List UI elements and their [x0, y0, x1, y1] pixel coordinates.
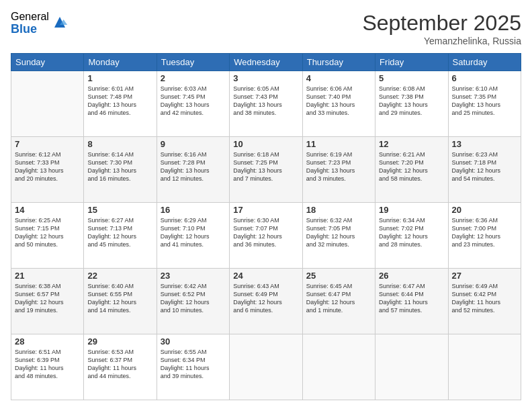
calendar-cell: 26Sunrise: 6:47 AM Sunset: 6:44 PM Dayli…: [375, 269, 448, 334]
calendar-cell: 27Sunrise: 6:49 AM Sunset: 6:42 PM Dayli…: [448, 269, 521, 334]
day-info: Sunrise: 6:42 AM Sunset: 6:52 PM Dayligh…: [161, 282, 226, 315]
day-info: Sunrise: 6:43 AM Sunset: 6:49 PM Dayligh…: [233, 282, 298, 315]
day-info: Sunrise: 6:25 AM Sunset: 7:15 PM Dayligh…: [15, 216, 80, 249]
calendar-cell: [230, 334, 302, 400]
day-number: 10: [233, 139, 298, 149]
calendar-cell: 25Sunrise: 6:45 AM Sunset: 6:47 PM Dayli…: [302, 269, 375, 334]
day-info: Sunrise: 6:32 AM Sunset: 7:05 PM Dayligh…: [306, 216, 371, 249]
day-info: Sunrise: 6:16 AM Sunset: 7:28 PM Dayligh…: [161, 150, 226, 183]
calendar-cell: 28Sunrise: 6:51 AM Sunset: 6:39 PM Dayli…: [11, 334, 84, 400]
day-info: Sunrise: 6:49 AM Sunset: 6:42 PM Dayligh…: [452, 282, 517, 315]
day-number: 25: [306, 271, 371, 281]
logo-general: General: [11, 11, 49, 23]
day-info: Sunrise: 6:27 AM Sunset: 7:13 PM Dayligh…: [87, 216, 152, 249]
calendar-cell: [375, 334, 448, 400]
day-number: 27: [452, 271, 517, 281]
calendar-cell: 11Sunrise: 6:19 AM Sunset: 7:23 PM Dayli…: [302, 137, 375, 203]
calendar-cell: [302, 334, 375, 400]
calendar-cell: 3Sunrise: 6:05 AM Sunset: 7:43 PM Daylig…: [230, 71, 302, 137]
header-tuesday: Tuesday: [157, 54, 229, 71]
day-info: Sunrise: 6:08 AM Sunset: 7:38 PM Dayligh…: [379, 85, 444, 118]
calendar-week-row: 7Sunrise: 6:12 AM Sunset: 7:33 PM Daylig…: [11, 137, 521, 203]
day-info: Sunrise: 6:01 AM Sunset: 7:48 PM Dayligh…: [87, 85, 152, 118]
calendar-cell: 1Sunrise: 6:01 AM Sunset: 7:48 PM Daylig…: [84, 71, 157, 137]
calendar-cell: 4Sunrise: 6:06 AM Sunset: 7:40 PM Daylig…: [302, 71, 375, 137]
day-number: 3: [233, 73, 298, 83]
day-info: Sunrise: 6:12 AM Sunset: 7:33 PM Dayligh…: [15, 150, 80, 183]
calendar-cell: 29Sunrise: 6:53 AM Sunset: 6:37 PM Dayli…: [84, 334, 157, 400]
calendar-cell: 13Sunrise: 6:23 AM Sunset: 7:18 PM Dayli…: [448, 137, 521, 203]
day-number: 2: [161, 73, 226, 83]
day-info: Sunrise: 6:47 AM Sunset: 6:44 PM Dayligh…: [379, 282, 444, 315]
day-info: Sunrise: 6:29 AM Sunset: 7:10 PM Dayligh…: [161, 216, 226, 249]
page: General Blue September 2025 Yemanzhelink…: [0, 0, 532, 411]
calendar-cell: 16Sunrise: 6:29 AM Sunset: 7:10 PM Dayli…: [157, 203, 229, 269]
day-number: 4: [306, 73, 371, 83]
calendar-cell: [448, 334, 521, 400]
day-info: Sunrise: 6:03 AM Sunset: 7:45 PM Dayligh…: [161, 85, 226, 118]
logo-icon: [52, 14, 68, 30]
day-info: Sunrise: 6:05 AM Sunset: 7:43 PM Dayligh…: [233, 85, 298, 118]
title-section: September 2025 Yemanzhelinka, Russia: [362, 11, 521, 46]
calendar-cell: 2Sunrise: 6:03 AM Sunset: 7:45 PM Daylig…: [157, 71, 229, 137]
calendar-cell: 30Sunrise: 6:55 AM Sunset: 6:34 PM Dayli…: [157, 334, 229, 400]
day-number: 13: [452, 139, 517, 149]
day-info: Sunrise: 6:40 AM Sunset: 6:55 PM Dayligh…: [87, 282, 152, 315]
day-number: 17: [233, 205, 298, 215]
calendar-table: Sunday Monday Tuesday Wednesday Thursday…: [11, 53, 521, 400]
calendar-cell: 14Sunrise: 6:25 AM Sunset: 7:15 PM Dayli…: [11, 203, 84, 269]
calendar-cell: 10Sunrise: 6:18 AM Sunset: 7:25 PM Dayli…: [230, 137, 302, 203]
header-sunday: Sunday: [11, 54, 84, 71]
calendar-cell: 6Sunrise: 6:10 AM Sunset: 7:35 PM Daylig…: [448, 71, 521, 137]
day-info: Sunrise: 6:21 AM Sunset: 7:20 PM Dayligh…: [379, 150, 444, 183]
month-title: September 2025: [362, 11, 521, 36]
location: Yemanzhelinka, Russia: [362, 36, 521, 46]
day-number: 5: [379, 73, 444, 83]
calendar-week-row: 21Sunrise: 6:38 AM Sunset: 6:57 PM Dayli…: [11, 269, 521, 334]
header-saturday: Saturday: [448, 54, 521, 71]
day-number: 6: [452, 73, 517, 83]
header-thursday: Thursday: [302, 54, 375, 71]
calendar-cell: 23Sunrise: 6:42 AM Sunset: 6:52 PM Dayli…: [157, 269, 229, 334]
logo: General Blue: [11, 11, 68, 36]
day-info: Sunrise: 6:18 AM Sunset: 7:25 PM Dayligh…: [233, 150, 298, 183]
calendar-header-row: Sunday Monday Tuesday Wednesday Thursday…: [11, 54, 521, 71]
header-monday: Monday: [84, 54, 157, 71]
calendar-cell: 21Sunrise: 6:38 AM Sunset: 6:57 PM Dayli…: [11, 269, 84, 334]
calendar-cell: 7Sunrise: 6:12 AM Sunset: 7:33 PM Daylig…: [11, 137, 84, 203]
day-number: 23: [161, 271, 226, 281]
day-number: 30: [161, 336, 226, 347]
day-number: 26: [379, 271, 444, 281]
header: General Blue September 2025 Yemanzhelink…: [11, 11, 521, 46]
calendar-cell: 17Sunrise: 6:30 AM Sunset: 7:07 PM Dayli…: [230, 203, 302, 269]
day-number: 12: [379, 139, 444, 149]
day-number: 15: [87, 205, 152, 215]
calendar-cell: 20Sunrise: 6:36 AM Sunset: 7:00 PM Dayli…: [448, 203, 521, 269]
calendar-cell: 12Sunrise: 6:21 AM Sunset: 7:20 PM Dayli…: [375, 137, 448, 203]
day-number: 7: [15, 139, 80, 149]
day-number: 14: [15, 205, 80, 215]
calendar-cell: 19Sunrise: 6:34 AM Sunset: 7:02 PM Dayli…: [375, 203, 448, 269]
day-number: 18: [306, 205, 371, 215]
day-number: 19: [379, 205, 444, 215]
day-number: 22: [87, 271, 152, 281]
calendar-cell: 24Sunrise: 6:43 AM Sunset: 6:49 PM Dayli…: [230, 269, 302, 334]
day-info: Sunrise: 6:34 AM Sunset: 7:02 PM Dayligh…: [379, 216, 444, 249]
calendar-cell: 5Sunrise: 6:08 AM Sunset: 7:38 PM Daylig…: [375, 71, 448, 137]
day-info: Sunrise: 6:10 AM Sunset: 7:35 PM Dayligh…: [452, 85, 517, 118]
calendar-cell: 8Sunrise: 6:14 AM Sunset: 7:30 PM Daylig…: [84, 137, 157, 203]
day-number: 8: [87, 139, 152, 149]
header-friday: Friday: [375, 54, 448, 71]
day-number: 16: [161, 205, 226, 215]
day-number: 28: [15, 336, 80, 347]
calendar-week-row: 14Sunrise: 6:25 AM Sunset: 7:15 PM Dayli…: [11, 203, 521, 269]
calendar-cell: [11, 71, 84, 137]
day-info: Sunrise: 6:55 AM Sunset: 6:34 PM Dayligh…: [161, 348, 226, 381]
calendar-cell: 18Sunrise: 6:32 AM Sunset: 7:05 PM Dayli…: [302, 203, 375, 269]
day-info: Sunrise: 6:14 AM Sunset: 7:30 PM Dayligh…: [87, 150, 152, 183]
day-info: Sunrise: 6:30 AM Sunset: 7:07 PM Dayligh…: [233, 216, 298, 249]
calendar-week-row: 28Sunrise: 6:51 AM Sunset: 6:39 PM Dayli…: [11, 334, 521, 400]
day-info: Sunrise: 6:38 AM Sunset: 6:57 PM Dayligh…: [15, 282, 80, 315]
calendar-cell: 9Sunrise: 6:16 AM Sunset: 7:28 PM Daylig…: [157, 137, 229, 203]
day-number: 21: [15, 271, 80, 281]
